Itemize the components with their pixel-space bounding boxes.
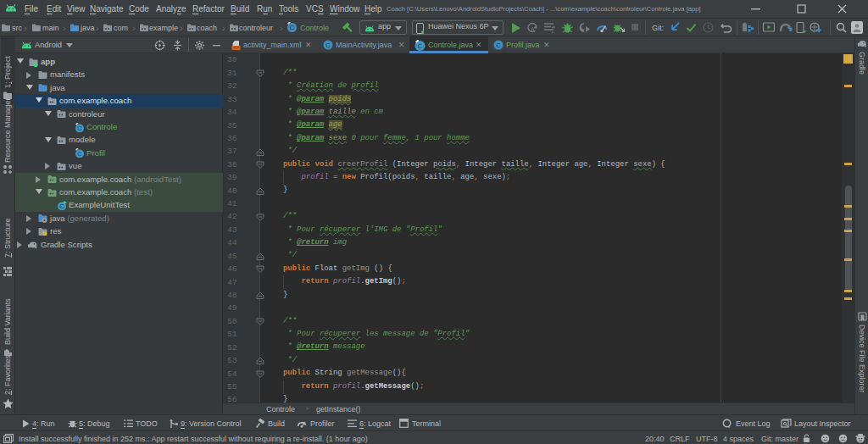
svg-text:C: C xyxy=(77,125,82,132)
svg-text:C: C xyxy=(418,42,423,50)
svg-text:<>: <> xyxy=(233,45,238,50)
svg-text:C: C xyxy=(496,42,501,49)
svg-text:C: C xyxy=(290,24,295,31)
svg-text:C: C xyxy=(77,150,82,158)
svg-text:C: C xyxy=(326,42,331,49)
svg-text:A: A xyxy=(531,26,535,32)
